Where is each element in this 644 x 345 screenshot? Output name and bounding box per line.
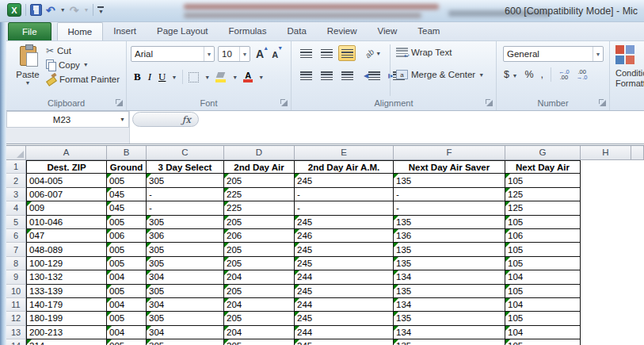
row-header-8[interactable]: 8 bbox=[6, 257, 26, 270]
cell-A8[interactable]: 100-129 bbox=[26, 257, 107, 270]
cell-B11[interactable]: 004 bbox=[107, 298, 147, 312]
name-box-dropdown-icon[interactable]: ▼ bbox=[116, 112, 128, 127]
cell-D2[interactable]: 205 bbox=[224, 174, 295, 187]
cell-C5[interactable]: 305 bbox=[147, 216, 224, 229]
column-header-B[interactable]: B bbox=[107, 146, 147, 160]
cell-C12[interactable]: 305 bbox=[147, 312, 224, 325]
font-name-combobox[interactable]: Arial ▼ bbox=[131, 46, 215, 62]
font-size-dropdown-icon[interactable]: ▼ bbox=[239, 47, 250, 61]
cell-E6[interactable]: 246 bbox=[295, 229, 394, 243]
number-format-dropdown-icon[interactable]: ▼ bbox=[593, 47, 603, 61]
cell-B6[interactable]: 006 bbox=[107, 229, 147, 243]
cell-A9[interactable]: 130-132 bbox=[26, 270, 107, 284]
cell-F1[interactable]: Next Day Air Saver bbox=[394, 160, 505, 174]
font-color-dropdown-icon[interactable]: ▼ bbox=[258, 75, 264, 80]
row-header-3[interactable]: 3 bbox=[6, 188, 26, 201]
row-header-11[interactable]: 11 bbox=[6, 298, 26, 312]
cell-G10[interactable]: 105 bbox=[505, 285, 581, 298]
undo-dropdown-icon[interactable]: ▼ bbox=[60, 7, 66, 13]
decrease-indent-button[interactable]: ◀ bbox=[364, 71, 380, 80]
select-all-button[interactable] bbox=[6, 146, 26, 160]
cell-B9[interactable]: 004 bbox=[107, 270, 147, 284]
align-left-button[interactable] bbox=[297, 67, 314, 83]
cell-F11[interactable]: 134 bbox=[394, 298, 505, 312]
tab-view[interactable]: View bbox=[368, 22, 408, 40]
excel-logo-icon[interactable]: X bbox=[7, 3, 21, 17]
cell-E1[interactable]: 2nd Day Air A.M. bbox=[295, 160, 394, 174]
undo-icon[interactable]: ↶ bbox=[46, 5, 55, 16]
cell-E2[interactable]: 245 bbox=[295, 174, 394, 187]
underline-dropdown-icon[interactable]: ▼ bbox=[171, 75, 177, 80]
cell-A5[interactable]: 010-046 bbox=[26, 216, 107, 229]
cell-G12[interactable]: 105 bbox=[505, 312, 581, 325]
cell-C7[interactable]: 305 bbox=[147, 243, 224, 256]
row-header-9[interactable]: 9 bbox=[6, 270, 26, 284]
cell-B2[interactable]: 005 bbox=[107, 174, 147, 187]
decrease-decimal-button[interactable]: .00→.0 bbox=[577, 69, 588, 81]
cell-D4[interactable]: 225 bbox=[224, 201, 295, 215]
cell-B8[interactable]: 005 bbox=[107, 257, 147, 270]
cell-B12[interactable]: 005 bbox=[107, 312, 147, 325]
cell-B1[interactable]: Ground bbox=[107, 160, 147, 174]
cell-E11[interactable]: 244 bbox=[295, 298, 394, 312]
cell-A3[interactable]: 006-007 bbox=[26, 188, 107, 201]
cell-F2[interactable]: 135 bbox=[394, 174, 505, 187]
cell-A10[interactable]: 133-139 bbox=[26, 285, 107, 298]
cell-E7[interactable]: 245 bbox=[295, 243, 394, 256]
tab-team[interactable]: Team bbox=[407, 22, 450, 40]
wrap-text-button[interactable]: Wrap Text bbox=[396, 48, 452, 57]
paste-dropdown-icon[interactable]: ▼ bbox=[25, 80, 31, 86]
cell-G4[interactable]: 125 bbox=[505, 201, 581, 215]
row-header-4[interactable]: 4 bbox=[6, 201, 26, 215]
cell-C3[interactable]: - bbox=[147, 188, 224, 201]
redo-icon[interactable]: ↷ bbox=[70, 5, 79, 16]
column-header-D[interactable]: D bbox=[224, 146, 295, 160]
underline-button[interactable]: U bbox=[158, 71, 166, 83]
cell-A13[interactable]: 200-213 bbox=[26, 326, 107, 339]
comma-style-button[interactable]: , bbox=[541, 69, 543, 80]
borders-dropdown-icon[interactable]: ▼ bbox=[204, 75, 210, 80]
cell-D6[interactable]: 206 bbox=[224, 229, 295, 243]
italic-button[interactable]: I bbox=[147, 71, 153, 83]
paste-button[interactable]: Paste ▼ bbox=[10, 44, 45, 105]
currency-button[interactable]: $ ▼ bbox=[504, 69, 517, 80]
orientation-button[interactable]: ab ▼ bbox=[365, 49, 381, 58]
cell-D11[interactable]: 204 bbox=[224, 298, 295, 312]
cell-A12[interactable]: 180-199 bbox=[26, 312, 107, 325]
row-header-10[interactable]: 10 bbox=[6, 285, 26, 298]
cell-F10[interactable]: 135 bbox=[394, 285, 505, 298]
cell-G11[interactable]: 104 bbox=[505, 298, 581, 312]
cell-F6[interactable]: 136 bbox=[394, 229, 505, 243]
row-header-5[interactable]: 5 bbox=[6, 216, 26, 229]
cell-F13[interactable]: 134 bbox=[394, 326, 505, 339]
column-header-H[interactable]: H bbox=[581, 146, 631, 160]
align-center-button[interactable] bbox=[318, 67, 335, 83]
tab-review[interactable]: Review bbox=[317, 22, 368, 40]
cell-G8[interactable]: 105 bbox=[505, 257, 581, 270]
tab-page-layout[interactable]: Page Layout bbox=[147, 22, 219, 40]
cell-E10[interactable]: 245 bbox=[295, 285, 394, 298]
tab-home[interactable]: Home bbox=[57, 22, 104, 40]
grow-font-button[interactable]: A▲ bbox=[253, 47, 266, 61]
cell-C14[interactable]: 305 bbox=[147, 339, 224, 345]
cell-C8[interactable]: 305 bbox=[147, 257, 224, 270]
cell-G14[interactable]: 105 bbox=[505, 339, 581, 345]
cell-F7[interactable]: 135 bbox=[394, 243, 505, 256]
cell-C1[interactable]: 3 Day Select bbox=[147, 160, 224, 174]
font-color-button[interactable]: A bbox=[243, 71, 253, 82]
font-size-combobox[interactable]: 10 ▼ bbox=[218, 46, 250, 62]
cell-F8[interactable]: 135 bbox=[394, 257, 505, 270]
cell-F5[interactable]: 135 bbox=[394, 216, 505, 229]
row-header-14[interactable]: 14 bbox=[6, 339, 26, 345]
cell-F9[interactable]: 134 bbox=[394, 270, 505, 284]
cell-G3[interactable]: 125 bbox=[505, 188, 581, 201]
row-header-12[interactable]: 12 bbox=[6, 312, 26, 325]
customize-quick-access-toolbar-icon[interactable]: ▼ bbox=[97, 6, 104, 13]
orientation-dropdown-icon[interactable]: ▼ bbox=[375, 51, 381, 56]
merge-center-dropdown-icon[interactable]: ▼ bbox=[478, 72, 484, 78]
cell-E14[interactable]: 245 bbox=[295, 339, 394, 345]
cell-E13[interactable]: 244 bbox=[295, 326, 394, 339]
column-header-C[interactable]: C bbox=[147, 146, 224, 160]
number-format-combobox[interactable]: General ▼ bbox=[503, 46, 604, 62]
merge-center-button[interactable]: a Merge & Center ▼ bbox=[396, 70, 484, 79]
